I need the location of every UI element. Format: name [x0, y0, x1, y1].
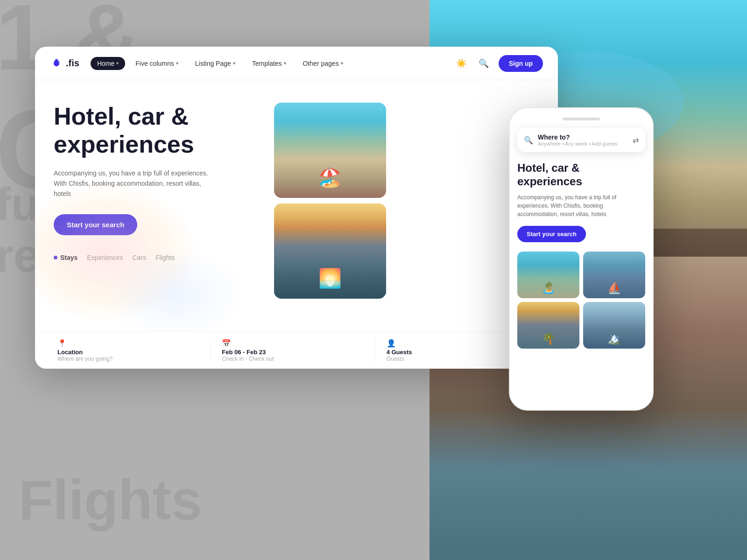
home-chevron-icon: ▾: [116, 61, 119, 66]
location-placeholder: Where are you going?: [57, 356, 199, 362]
date-field[interactable]: 📅 Feb 06 - Feb 23 Check in - Check out: [211, 339, 375, 362]
nav-item-home[interactable]: Home ▾: [91, 57, 125, 70]
date-label: Feb 06 - Feb 23: [222, 349, 363, 356]
hero-image-2: [274, 203, 386, 299]
guests-label: 4 Guests: [387, 349, 528, 356]
logo[interactable]: .fis: [50, 57, 79, 70]
main-card: .fis Home ▾ Five columns ▾ Listing Page …: [35, 47, 558, 369]
theme-toggle-icon[interactable]: ☀️: [454, 56, 469, 71]
location-field[interactable]: 📍 Location Where are you going?: [54, 339, 211, 362]
navbar: .fis Home ▾ Five columns ▾ Listing Page …: [35, 47, 558, 80]
phone-filter-icon[interactable]: ⇄: [633, 136, 639, 145]
phone-content: 🔍 Where to? Anywhere • Any week • Add gu…: [510, 108, 653, 410]
hero-images: [274, 103, 386, 299]
hero-title: Hotel, car & experiences: [54, 103, 259, 159]
calendar-icon: 📅: [222, 339, 363, 348]
phone-search-sub: Anywhere • Any week • Add guests: [538, 141, 628, 147]
tab-cars[interactable]: Cars: [132, 254, 146, 261]
nav-item-templates[interactable]: Templates ▾: [246, 57, 293, 70]
search-tabs: Stays Experiences Cars Flights: [54, 254, 259, 261]
guests-icon: 👤: [387, 339, 528, 348]
phone-search-main: Where to?: [538, 133, 628, 141]
search-button[interactable]: 🔍: [476, 56, 491, 71]
phone-image-1: [517, 252, 579, 298]
phone-start-search-button[interactable]: Start your search: [517, 226, 586, 242]
stays-dot: [54, 256, 57, 259]
listing-page-chevron-icon: ▾: [233, 61, 235, 66]
five-columns-chevron-icon: ▾: [176, 61, 178, 66]
logo-text: .fis: [66, 58, 79, 69]
phone-search-text: Where to? Anywhere • Any week • Add gues…: [538, 133, 628, 147]
logo-icon: [50, 57, 63, 70]
phone-images-grid: [517, 252, 645, 349]
tab-flights[interactable]: Flights: [155, 254, 175, 261]
phone-hero-description: Accompanying us, you have a trip full of…: [517, 193, 645, 218]
phone-image-2: [583, 252, 645, 298]
other-pages-chevron-icon: ▾: [341, 61, 343, 66]
tab-stays[interactable]: Stays: [54, 254, 78, 261]
search-bar: 📍 Location Where are you going? 📅 Feb 06…: [35, 331, 558, 369]
hero-section: Hotel, car & experiences Accompanying us…: [35, 80, 558, 369]
phone-mockup: 🔍 Where to? Anywhere • Any week • Add gu…: [509, 107, 654, 411]
phone-hero-title: Hotel, car & experiences: [517, 161, 645, 189]
nav-item-listing-page[interactable]: Listing Page ▾: [189, 57, 242, 70]
tab-experiences[interactable]: Experiences: [87, 254, 123, 261]
guests-sub: Guests: [387, 356, 528, 362]
phone-search-icon: 🔍: [524, 136, 533, 145]
phone-search-bar[interactable]: 🔍 Where to? Anywhere • Any week • Add gu…: [517, 128, 645, 152]
location-icon: 📍: [57, 339, 199, 348]
start-search-button[interactable]: Start your search: [54, 214, 137, 235]
hero-left: Hotel, car & experiences Accompanying us…: [54, 103, 259, 369]
phone-image-3: [517, 302, 579, 349]
nav-item-other-pages[interactable]: Other pages ▾: [296, 57, 350, 70]
bg-text-flights: Flights: [19, 468, 202, 532]
location-label: Location: [57, 349, 199, 356]
date-sub: Check in - Check out: [222, 356, 363, 362]
hero-content: Hotel, car & experiences Accompanying us…: [54, 103, 539, 369]
signup-button[interactable]: Sign up: [499, 55, 543, 72]
hero-image-1: [274, 103, 386, 198]
phone-notch: [563, 118, 600, 120]
phone-image-4: [583, 302, 645, 349]
templates-chevron-icon: ▾: [284, 61, 286, 66]
hero-description: Accompanying us, you have a trip full of…: [54, 168, 212, 199]
navbar-right: ☀️ 🔍 Sign up: [454, 55, 543, 72]
nav-item-five-columns[interactable]: Five columns ▾: [129, 57, 184, 70]
